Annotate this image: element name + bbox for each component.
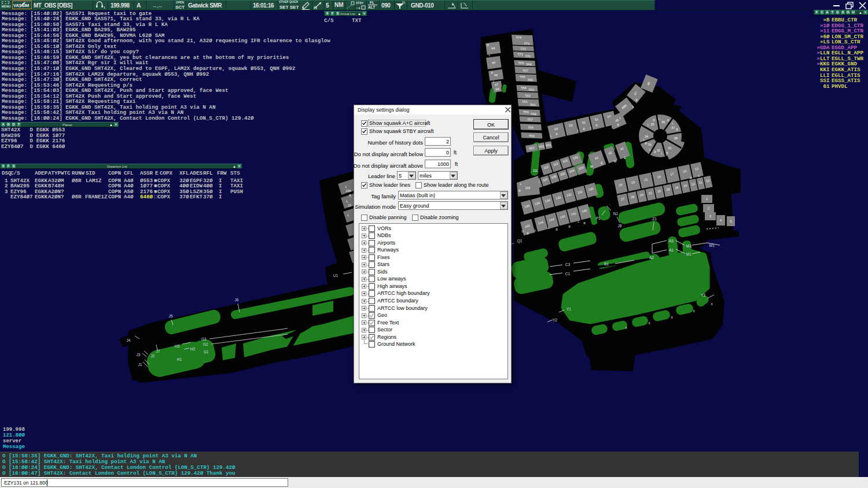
svg-text:566: 566 (520, 75, 525, 79)
svg-text:558: 558 (531, 112, 536, 116)
svg-text:J5: J5 (169, 314, 173, 318)
svg-text:N1: N1 (613, 212, 619, 216)
svg-text:68: 68 (495, 87, 499, 91)
svg-text:25: 25 (619, 183, 623, 187)
svg-text:W: W (590, 165, 593, 168)
svg-text:569: 569 (518, 61, 524, 65)
svg-text:563: 563 (528, 88, 534, 91)
svg-text:A1: A1 (669, 248, 674, 252)
svg-text:L: L (347, 199, 348, 203)
svg-text:A2: A2 (649, 256, 654, 260)
svg-text:562: 562 (525, 94, 531, 97)
svg-text:36: 36 (661, 120, 665, 124)
svg-text:32: 32 (657, 149, 660, 152)
svg-text:34: 34 (645, 135, 648, 138)
svg-text:J6: J6 (235, 298, 239, 302)
svg-text:38: 38 (674, 136, 678, 140)
svg-text:570: 570 (525, 54, 531, 58)
svg-text:27: 27 (620, 197, 624, 201)
svg-text:M1: M1 (686, 252, 691, 256)
svg-text:571: 571 (517, 53, 523, 56)
svg-text:67: 67 (495, 83, 499, 87)
svg-text:L: L (345, 185, 347, 188)
svg-text:564: 564 (521, 86, 527, 90)
svg-text:31: 31 (668, 146, 672, 150)
svg-text:560: 560 (530, 103, 536, 106)
svg-text:H3: H3 (175, 344, 180, 348)
svg-text:U1: U1 (333, 273, 339, 278)
svg-text:FL: FL (402, 1, 406, 4)
svg-text:574: 574 (516, 36, 522, 39)
svg-text:C3: C3 (565, 263, 571, 267)
svg-text:567: 567 (523, 69, 528, 72)
svg-text:15: 15 (683, 169, 687, 173)
svg-text:110: 110 (525, 186, 531, 190)
svg-text:L: L (698, 174, 700, 178)
svg-text:L: L (348, 213, 350, 217)
svg-text:66: 66 (494, 73, 498, 77)
svg-text:11: 11 (698, 180, 703, 184)
svg-text:35: 35 (650, 123, 654, 126)
svg-text:19: 19 (657, 175, 661, 179)
svg-text:5: 5 (730, 220, 731, 223)
svg-text:28: 28 (630, 195, 634, 199)
svg-text:111: 111 (533, 169, 538, 172)
svg-text:B1: B1 (604, 262, 609, 266)
svg-text:J7: J7 (156, 349, 160, 353)
svg-text:A3: A3 (669, 239, 674, 243)
svg-text:24: 24 (639, 193, 643, 197)
svg-text:C1: C1 (565, 272, 571, 276)
svg-text:13: 13 (694, 167, 698, 171)
svg-text:J3: J3 (137, 353, 141, 357)
svg-text:R: R (690, 176, 692, 180)
svg-text:236: 236 (346, 189, 351, 193)
svg-text:G1: G1 (204, 350, 209, 354)
svg-text:3: 3 (709, 215, 711, 218)
svg-text:20: 20 (657, 189, 661, 193)
svg-text:M3: M3 (686, 244, 691, 248)
svg-text:65: 65 (492, 61, 496, 65)
svg-text:P1: P1 (596, 216, 601, 220)
svg-text:568: 568 (526, 62, 532, 66)
svg-text:Z1: Z1 (652, 217, 657, 221)
svg-text:17: 17 (670, 172, 674, 176)
svg-text:23: 23 (631, 180, 635, 184)
svg-text:64: 64 (491, 46, 495, 50)
svg-text:L: L (520, 182, 522, 186)
svg-text:H2: H2 (190, 347, 196, 351)
svg-text:561: 561 (522, 100, 528, 103)
svg-text:572: 572 (520, 47, 526, 50)
svg-text:W: W (614, 160, 617, 163)
svg-text:Y3: Y3 (701, 293, 705, 297)
svg-text:33: 33 (648, 143, 652, 146)
svg-text:1: 1 (706, 197, 708, 201)
svg-text:Y1: Y1 (567, 307, 571, 311)
svg-text:18: 18 (666, 187, 670, 191)
svg-text:557: 557 (527, 118, 533, 121)
svg-text:565: 565 (528, 78, 534, 82)
svg-text:H1: H1 (177, 357, 182, 361)
svg-text:559: 559 (523, 110, 529, 114)
svg-text:12: 12 (691, 182, 695, 186)
svg-text:16: 16 (675, 186, 679, 190)
svg-text:573: 573 (524, 42, 530, 45)
svg-text:U: U (521, 230, 523, 233)
svg-text:4: 4 (720, 219, 722, 222)
svg-text:14: 14 (683, 184, 687, 188)
svg-text:J4: J4 (127, 338, 131, 342)
svg-text:Q1: Q1 (517, 239, 523, 243)
svg-text:J2: J2 (151, 354, 155, 358)
svg-text:J1: J1 (138, 363, 142, 367)
svg-text:G3: G3 (201, 337, 207, 341)
svg-text:10: 10 (706, 179, 710, 183)
svg-text:37: 37 (671, 126, 675, 130)
svg-text:R: R (518, 189, 521, 193)
svg-text:J8: J8 (618, 224, 622, 228)
svg-text:22: 22 (648, 191, 652, 195)
svg-text:2: 2 (708, 206, 709, 210)
svg-text:554: 554 (529, 134, 535, 138)
svg-text:Y2: Y2 (553, 318, 557, 322)
svg-text:555: 555 (528, 125, 534, 129)
svg-text:G2: G2 (203, 342, 208, 346)
svg-text:21: 21 (644, 178, 648, 182)
